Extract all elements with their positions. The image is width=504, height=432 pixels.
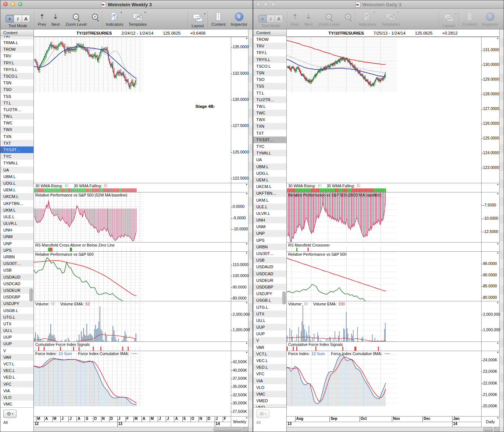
horizontal-scrollbar[interactable] (287, 427, 499, 432)
sidebar-item[interactable]: TU/2TR… (0, 106, 33, 113)
symbol-list[interactable]: TRITRMA.LTROWTRVTRY.LTRYS.LTSCO.LTSNTSOT… (0, 36, 33, 407)
rp-baseline-canvas[interactable] (287, 192, 397, 242)
templates-button[interactable]: ▾ Templates (381, 12, 400, 26)
next-button[interactable]: ⇣Next (51, 12, 60, 26)
action-gear-button[interactable]: ⚙▾ (256, 410, 269, 418)
sidebar-item[interactable]: TRY.L (253, 49, 286, 56)
sidebar-item[interactable]: UDG.L (0, 180, 33, 187)
sidebar-item[interactable]: UEM.L (253, 177, 286, 183)
sidebar-item[interactable]: VMC (0, 401, 33, 407)
sidebar-item[interactable]: TROW (0, 46, 33, 53)
sidebar-item[interactable]: UNM (0, 233, 33, 240)
panel-disclosure-icon[interactable]: ▼ (497, 183, 499, 186)
sidebar-scrollbar-thumb[interactable] (282, 291, 286, 304)
layout-button[interactable]: ▾ Layout (192, 13, 204, 28)
sidebar-item[interactable]: VED.L (0, 374, 33, 380)
sidebar-item[interactable]: TSN (0, 79, 33, 86)
sidebar-item[interactable]: UKCM.L (253, 183, 286, 190)
sidebar-item[interactable]: TT.L (0, 100, 33, 106)
sidebar-item[interactable]: TT.L (253, 90, 286, 96)
sidebar-item[interactable]: USDAUD (253, 263, 286, 270)
sidebar-item[interactable]: US/30T… (253, 250, 286, 257)
next-button[interactable]: ⇣Next (304, 12, 313, 26)
content-button[interactable]: Content (462, 12, 477, 26)
panel-disclosure-icon[interactable]: ▼ (246, 301, 248, 304)
sidebar-item[interactable]: TWC (0, 120, 33, 126)
sidebar-item[interactable]: USDCAD (0, 280, 33, 287)
panel-disclosure-icon[interactable]: ▼ (246, 242, 248, 245)
sidebar-item[interactable]: UU.L (253, 317, 286, 324)
resize-grip[interactable] (494, 427, 499, 432)
minimize-button[interactable] (264, 2, 268, 6)
sidebar-item[interactable]: TRYS.L (0, 66, 33, 73)
sidebar-item[interactable]: UPS (253, 237, 286, 244)
sidebar-item[interactable]: USDGBP (253, 284, 286, 290)
sidebar-item[interactable]: TYC (0, 153, 33, 160)
sidebar-item[interactable]: TXN (0, 133, 33, 140)
wma-signal-canvas[interactable] (287, 188, 397, 192)
sidebar-item[interactable]: UUP (0, 340, 33, 347)
sidebar-item[interactable]: USDEUR (253, 277, 286, 284)
templates-button[interactable]: ▾ Templates (128, 12, 147, 26)
force-index-canvas[interactable] (34, 351, 144, 406)
sidebar-item[interactable]: UTG.L (0, 314, 33, 321)
sidebar-item[interactable]: ULVR.L (253, 210, 286, 217)
hscroll-thumb[interactable] (213, 428, 243, 431)
sidebar-item[interactable]: UNH (253, 217, 286, 223)
zoom-button[interactable] (18, 2, 22, 6)
sidebar-item[interactable]: TRYS.L (253, 56, 286, 63)
close-button[interactable] (3, 2, 8, 6)
mansfield-signal-canvas[interactable] (34, 247, 144, 251)
sidebar-item[interactable]: TSO (0, 86, 33, 93)
action-gear-button[interactable]: ⚙▾ (3, 410, 17, 418)
sidebar-item[interactable]: UKFTBN… (253, 190, 286, 196)
sidebar-item[interactable]: VMC (253, 391, 286, 397)
panel-disclosure-icon[interactable]: ▼ (246, 342, 248, 345)
text-tool-button[interactable]: A (22, 15, 30, 22)
sidebar-item[interactable]: TXN (253, 123, 286, 130)
sidebar-item[interactable]: URBN (253, 244, 286, 250)
sidebar-item[interactable]: URBN (0, 254, 33, 260)
sidebar-item[interactable]: TRMA.L (0, 39, 33, 46)
sidebar-item[interactable]: UTG.L (253, 304, 286, 311)
sidebar-item[interactable]: TW.L (253, 103, 286, 110)
sidebar-item[interactable]: UKFTBN… (0, 200, 33, 207)
panel-disclosure-icon[interactable]: ▼ (246, 351, 248, 354)
sidebar-item[interactable]: USGB.L (253, 297, 286, 304)
price-chart-canvas[interactable] (287, 37, 397, 92)
sidebar-item[interactable]: UKM.L (0, 207, 33, 213)
cfis-canvas[interactable] (34, 346, 144, 351)
zoom-out-button[interactable]: −Zoom Level (318, 12, 339, 26)
sidebar-item[interactable]: UNP (253, 230, 286, 237)
sidebar-item[interactable]: UU.L (0, 327, 33, 334)
sidebar-item[interactable]: VAR (0, 354, 33, 361)
sidebar-item[interactable]: VEC.L (0, 367, 33, 374)
relative-performance-canvas[interactable] (34, 252, 144, 301)
panel-disclosure-icon[interactable]: ▼ (497, 301, 499, 304)
sidebar-header[interactable]: Content (253, 29, 286, 36)
sidebar-item[interactable]: TYMN.L (0, 160, 33, 166)
layout-button[interactable]: ▾ Layout (443, 13, 455, 28)
sidebar-item[interactable]: TSCO.L (0, 73, 33, 79)
crosshair-tool-button[interactable]: + (6, 15, 14, 22)
price-chart-canvas[interactable] (34, 37, 144, 92)
sidebar-item[interactable]: UUP (253, 330, 286, 337)
wma-signal-canvas[interactable] (34, 188, 144, 192)
sidebar-item[interactable]: USDJPY (0, 300, 33, 307)
sidebar-item[interactable]: TWX (0, 126, 33, 133)
sidebar-item[interactable]: USB (253, 257, 286, 263)
sidebar-item[interactable]: TRY.L (0, 60, 33, 66)
sidebar-item[interactable]: TSN (253, 70, 286, 76)
sidebar-item-partial[interactable]: TRI (0, 36, 33, 39)
trendline-tool-button[interactable]: / (14, 15, 22, 22)
sidebar-item[interactable]: TROW (253, 36, 286, 43)
sidebar-item[interactable]: VCT.L (253, 351, 286, 357)
sidebar-item[interactable]: V (253, 337, 286, 344)
relative-performance-canvas[interactable] (287, 252, 397, 301)
crosshair-tool-button[interactable]: + (259, 15, 267, 22)
sidebar-item[interactable]: USB (0, 267, 33, 273)
sidebar-item[interactable]: TYMN.L (253, 150, 286, 156)
sidebar-item[interactable]: USDCAD (253, 270, 286, 277)
panel-disclosure-icon[interactable]: ▼ (497, 242, 499, 245)
sidebar-item[interactable]: VLO (253, 384, 286, 391)
